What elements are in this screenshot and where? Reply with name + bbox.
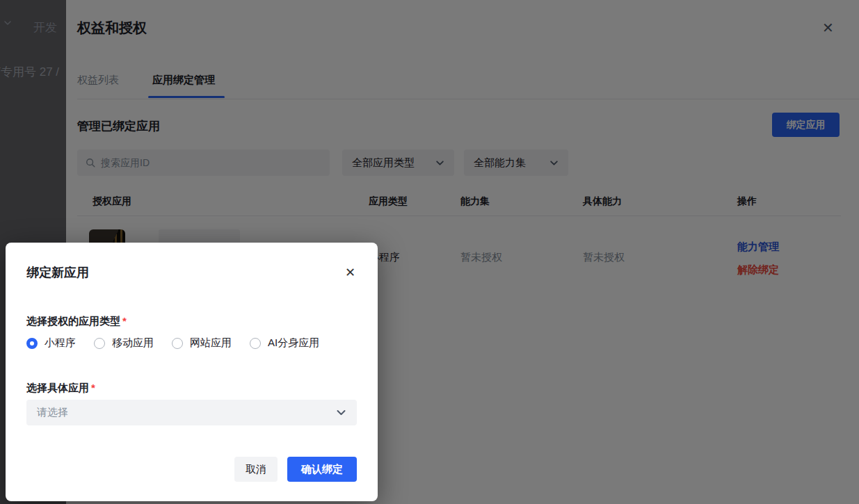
close-icon[interactable]: ✕	[344, 265, 357, 280]
screen: 开发 节专用号 27 / 权益和授权 ✕ 权益列表 应用绑定管理 管理已绑定应用…	[0, 0, 859, 504]
radio-label: 小程序	[45, 336, 76, 350]
radio-unselected-icon[interactable]	[172, 338, 183, 349]
specific-app-label-text: 选择具体应用	[26, 382, 89, 393]
select-placeholder: 请选择	[37, 406, 68, 419]
required-asterisk: *	[91, 382, 95, 393]
radio-label: AI分身应用	[268, 336, 319, 350]
modal-button-row: 取消 确认绑定	[234, 457, 357, 482]
chevron-down-icon	[336, 407, 346, 418]
radio-selected-icon[interactable]	[26, 338, 38, 349]
radio-mini-program[interactable]: 小程序	[26, 336, 76, 350]
radio-unselected-icon[interactable]	[94, 338, 105, 349]
specific-app-select[interactable]: 请选择	[26, 400, 357, 425]
app-type-field-label: 选择授权的应用类型*	[26, 315, 127, 328]
confirm-bind-button[interactable]: 确认绑定	[287, 457, 357, 482]
radio-unselected-icon[interactable]	[250, 338, 261, 349]
modal-title: 绑定新应用	[26, 264, 89, 281]
bind-new-app-modal: 绑定新应用 ✕ 选择授权的应用类型* 小程序 移动应用 网站应用 AI分身应用	[6, 243, 378, 501]
radio-website-app[interactable]: 网站应用	[172, 336, 232, 350]
radio-label: 移动应用	[112, 336, 154, 350]
app-type-label-text: 选择授权的应用类型	[26, 315, 120, 327]
cancel-button[interactable]: 取消	[234, 457, 278, 482]
radio-mobile-app[interactable]: 移动应用	[94, 336, 154, 350]
specific-app-field-label: 选择具体应用*	[26, 382, 95, 395]
radio-label: 网站应用	[190, 336, 232, 350]
app-type-radio-group: 小程序 移动应用 网站应用 AI分身应用	[26, 336, 319, 350]
required-asterisk: *	[122, 315, 127, 327]
radio-ai-avatar-app[interactable]: AI分身应用	[250, 336, 319, 350]
